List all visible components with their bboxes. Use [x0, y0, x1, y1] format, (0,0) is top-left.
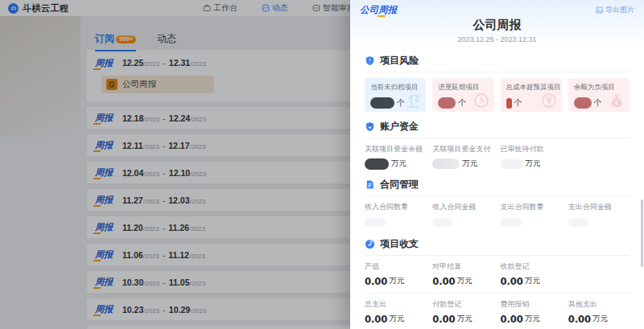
stat-payment-registration: 付款登记 0.00万元: [432, 299, 493, 325]
income-stats-row1: 产值 0.00万元 对甲结算 0.00万元 收款登记 0.00万元: [365, 261, 630, 287]
censored-value: [365, 158, 389, 170]
censored-value: [432, 218, 453, 227]
stat-receipt-registration: 收款登记 0.00万元: [501, 261, 562, 287]
censored-value: [370, 97, 394, 109]
money-bag-icon: [608, 92, 625, 109]
stat-approved-pending: 已审批待付款 万元: [501, 144, 562, 170]
censored-value: [365, 218, 386, 227]
shield-icon: [365, 56, 375, 66]
stat-expense-contract-count: 支出合同数量: [501, 202, 562, 228]
clock-icon: [473, 92, 490, 109]
stat-party-a-settlement: 对甲结算 0.00万元: [432, 261, 493, 287]
risk-card-over-budget: 总成本超预算项目 个: [501, 78, 562, 112]
modal-overlay[interactable]: [0, 0, 350, 329]
panel-date-range: 2023.12.25 - 2023.12.31: [360, 35, 634, 43]
app-window: 斗栱云工程 工作台 动态 智能审批 99+ 订阅 999+ 动态: [0, 0, 644, 329]
contract-icon: [365, 179, 375, 190]
stat-expense-reimbursement: 费用报销 0.00万元: [501, 299, 562, 325]
crane-icon: [404, 92, 422, 109]
stat-fund-payment: 关联项目资金支付 万元: [432, 144, 493, 170]
panel-scrollbar[interactable]: [641, 199, 643, 267]
censored-value: [501, 218, 522, 227]
panel-header: 公司周报 导出图片 公司周报 2023.12.25 - 2023.12.31: [350, 0, 644, 49]
section-project-risk: 项目风险: [365, 54, 630, 68]
company-report-panel: 公司周报 导出图片 公司周报 2023.12.25 - 2023.12.31 项…: [350, 0, 644, 329]
yuan-icon: [540, 92, 558, 109]
funds-stats: 关联项目资金余额 万元 关联项目资金支付 万元 已审批待付款 万元: [365, 144, 630, 170]
stat-income-contract-count: 收入合同数量: [365, 202, 426, 228]
pie-icon: [365, 239, 375, 249]
stat-output-value: 产值 0.00万元: [365, 261, 426, 287]
risk-cards: 当前未归档项目 个 进度延期项目 个 总成本超预算项目 个 余额为负项目 个: [365, 78, 630, 112]
censored-value: [506, 98, 512, 109]
report-brand-logo: 公司周报: [360, 4, 397, 16]
censored-value: [438, 97, 456, 109]
stat-income-contract-amount: 收入合同金额: [432, 202, 493, 228]
risk-card-unarchived: 当前未归档项目 个: [365, 78, 426, 112]
stat-fund-balance: 关联项目资金余额 万元: [365, 144, 426, 170]
risk-card-delayed: 进度延期项目 个: [432, 78, 493, 112]
wallet-shield-icon: [365, 121, 375, 132]
censored-value: [501, 159, 523, 169]
censored-value: [574, 97, 592, 109]
section-project-income: 项目收支: [365, 237, 630, 251]
risk-card-negative-balance: 余额为负项目 个: [568, 78, 630, 112]
contract-stats: 收入合同数量 收入合同金额 支出合同数量 支出合同金额: [365, 202, 630, 228]
section-account-funds: 账户资金: [365, 120, 630, 134]
censored-value: [568, 218, 589, 227]
censored-value: [432, 158, 460, 169]
stat-total-expense: 总支出 0.00万元: [365, 299, 426, 325]
export-image-icon: [596, 6, 603, 14]
export-image-button[interactable]: 导出图片: [596, 5, 634, 15]
stat-other-expense: 其他支出 0.00万元: [568, 299, 630, 325]
stat-expense-contract-amount: 支出合同金额: [568, 202, 630, 228]
section-contracts: 合同管理: [365, 178, 630, 191]
income-stats-row2: 总支出 0.00万元 付款登记 0.00万元 费用报销 0.00万元 其他支出 …: [365, 299, 630, 325]
panel-title: 公司周报: [360, 18, 634, 33]
